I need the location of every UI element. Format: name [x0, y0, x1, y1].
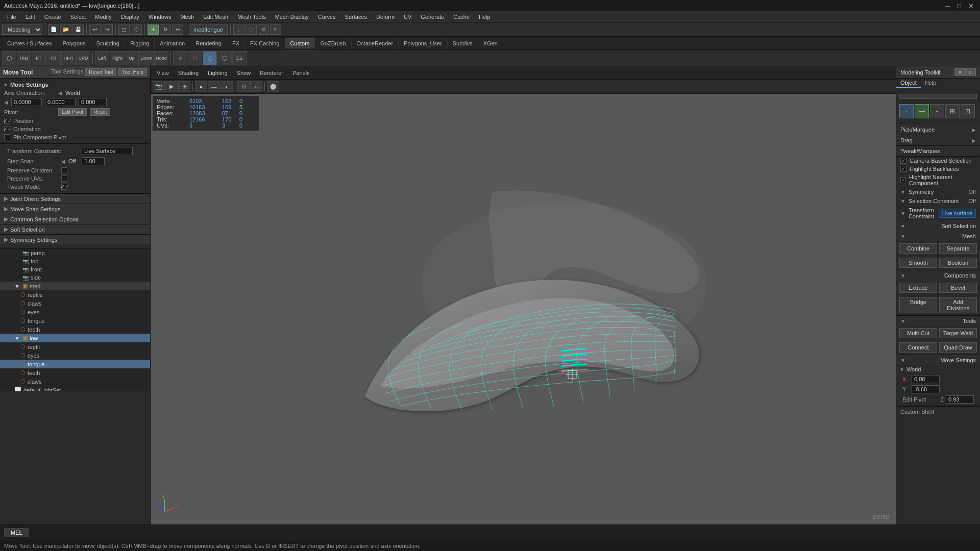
- tab-rendering[interactable]: Rendering: [190, 38, 227, 48]
- menu-deform[interactable]: Deform: [372, 13, 399, 21]
- position-checkbox[interactable]: ✓: [4, 118, 10, 124]
- snap-curve-btn[interactable]: ◌: [246, 24, 257, 35]
- extrude-btn[interactable]: Extrude: [899, 283, 937, 293]
- tab-polygons-user[interactable]: Polygons_User: [399, 38, 448, 48]
- menu-edit[interactable]: Edit: [21, 13, 39, 21]
- toolbar2-btn-rt[interactable]: RT: [46, 51, 61, 65]
- pick-marquee-header[interactable]: Pick/Marquee ▶: [896, 124, 980, 135]
- vpt-edge-btn[interactable]: —: [208, 81, 220, 92]
- menu-windows[interactable]: Windows: [144, 13, 176, 21]
- tab-polygons[interactable]: Polygons: [57, 38, 91, 48]
- vpt-camera-btn[interactable]: 📷: [153, 81, 165, 92]
- move-btn[interactable]: ✛: [148, 24, 159, 35]
- menu-curves[interactable]: Curves: [314, 13, 340, 21]
- symmetry-settings-section[interactable]: ▶ Symmetry Settings: [0, 234, 150, 244]
- rp-z-input[interactable]: [946, 395, 974, 404]
- components-section-header[interactable]: ▼ Components: [896, 270, 980, 281]
- tab-fx[interactable]: FX: [227, 38, 245, 48]
- vp-menu-shading[interactable]: Shading: [174, 69, 203, 77]
- add-divisions-btn[interactable]: Add Divisions: [939, 297, 977, 313]
- quad-draw-btn[interactable]: Quad Draw: [939, 342, 977, 353]
- transform-constraint-input[interactable]: [82, 147, 133, 155]
- mode-dropdown[interactable]: Modeling: [2, 24, 42, 35]
- tab-curves-surfaces[interactable]: Curves / Surfaces: [2, 38, 57, 48]
- multi-component-btn[interactable]: [899, 94, 977, 99]
- menu-edit-mesh[interactable]: Edit Mesh: [199, 13, 232, 21]
- tab-gozbrush[interactable]: GoZBrush: [315, 38, 351, 48]
- tab-custom[interactable]: Custom: [285, 38, 315, 48]
- select-btn[interactable]: ◻: [118, 24, 130, 35]
- tab-fx-caching[interactable]: FX Caching: [245, 38, 285, 48]
- rp-x-input[interactable]: [912, 375, 940, 383]
- rp-y-input[interactable]: [912, 385, 940, 393]
- outliner-low[interactable]: ▼ ▣ low: [0, 334, 150, 342]
- toolbar2-btn-sphere[interactable]: ○: [173, 51, 187, 65]
- open-btn[interactable]: 📂: [60, 24, 71, 35]
- menu-select[interactable]: Select: [66, 13, 90, 21]
- tools-section-header[interactable]: ▼ Tools: [896, 316, 980, 326]
- menu-help[interactable]: Help: [475, 13, 495, 21]
- combine-btn[interactable]: Combine: [899, 243, 937, 254]
- viewport-canvas[interactable]: Verts: 6103 163 0 Edges: 10183 169 5 Fac…: [151, 94, 896, 524]
- tweak-marquee-header[interactable]: Tweak/Marquee: [896, 146, 980, 156]
- camera-based-sel-checkbox[interactable]: ✓: [900, 158, 906, 164]
- face-icon-btn[interactable]: ▪: [930, 104, 944, 118]
- move-y-input[interactable]: [45, 98, 76, 106]
- vp-menu-show[interactable]: Show: [233, 69, 255, 77]
- rp-tab-help[interactable]: Help: [921, 79, 941, 88]
- rp-expand-btn[interactable]: □: [966, 68, 976, 76]
- preserve-uvs-checkbox[interactable]: [61, 176, 67, 182]
- toolbar2-btn-right[interactable]: Right: [110, 51, 124, 65]
- joint-orient-section[interactable]: ▶ Joint Orient Settings: [0, 193, 150, 204]
- menu-mesh-display[interactable]: Mesh Display: [271, 13, 313, 21]
- outliner-top[interactable]: 📷 top: [0, 257, 150, 265]
- vpt-isolate-btn[interactable]: ⬤: [267, 81, 279, 92]
- vpt-play-btn[interactable]: ▶: [165, 81, 178, 92]
- separate-btn[interactable]: Separate: [939, 243, 977, 254]
- orientation-checkbox[interactable]: ✓: [4, 126, 10, 132]
- outliner[interactable]: 📷 persp 📷 top 📷 front 📷 side ▼ ▣: [0, 248, 151, 391]
- reset-pivot-btn[interactable]: Reset: [90, 108, 110, 116]
- tab-xgen[interactable]: XGen: [478, 38, 503, 48]
- lasso-btn[interactable]: ⬡: [131, 24, 142, 35]
- new-scene-btn[interactable]: 📄: [48, 24, 59, 35]
- vp-menu-view[interactable]: View: [153, 69, 173, 77]
- vp-menu-renderer[interactable]: Renderer: [256, 69, 287, 77]
- outliner-persp[interactable]: 📷 persp: [0, 249, 150, 257]
- toolbar2-btn-ft[interactable]: FT: [32, 51, 46, 65]
- highlight-nearest-checkbox[interactable]: ✓: [900, 177, 906, 183]
- tool-help-btn[interactable]: Tool Help: [118, 68, 147, 76]
- toolbar2-btn-hfr[interactable]: HFR: [61, 51, 76, 65]
- bevel-btn[interactable]: Bevel: [939, 283, 977, 293]
- outliner-eyes[interactable]: ⬡ eyes: [0, 308, 150, 316]
- soft-selection-section[interactable]: ▶ Soft Selection: [0, 224, 150, 234]
- outliner-side[interactable]: 📷 side: [0, 273, 150, 282]
- snap-grid-btn[interactable]: ⋮: [233, 24, 244, 35]
- move-z-input[interactable]: [79, 98, 107, 106]
- snap-point-btn[interactable]: ⊡: [258, 24, 269, 35]
- menu-surfaces[interactable]: Surfaces: [341, 13, 371, 21]
- smooth-btn[interactable]: Smooth: [899, 258, 937, 268]
- vpt-face-btn[interactable]: ▪: [220, 81, 233, 92]
- multi-cut-btn[interactable]: Multi-Cut: [899, 328, 937, 338]
- rp-tab-object[interactable]: Object: [896, 79, 921, 88]
- menu-cache[interactable]: Cache: [449, 13, 474, 21]
- move-x-input[interactable]: [11, 98, 42, 106]
- toolbar2-btn-hist[interactable]: Hist: [17, 51, 31, 65]
- menu-mesh-tools[interactable]: Mesh Tools: [233, 13, 270, 21]
- edit-pivot-btn[interactable]: Edit Pivot: [58, 108, 87, 116]
- reset-tool-btn[interactable]: Reset Tool: [85, 68, 116, 76]
- target-weld-btn[interactable]: Target Weld: [939, 328, 977, 338]
- close-btn[interactable]: ✕: [966, 2, 976, 10]
- vertex-icon-btn[interactable]: ·: [899, 104, 914, 118]
- vpt-smooth-btn[interactable]: ○: [250, 81, 262, 92]
- mel-tab[interactable]: MEL: [4, 528, 29, 537]
- outliner-tongue-med[interactable]: ⬡ tongue: [0, 316, 150, 325]
- redo-btn[interactable]: ↪: [102, 24, 113, 35]
- scale-btn[interactable]: ⇔: [172, 24, 183, 35]
- menu-generate[interactable]: Generate: [416, 13, 448, 21]
- outliner-default-light-set[interactable]: ⬜ defaultLightSet: [0, 386, 150, 391]
- outliner-reptile[interactable]: ⬡ reptile: [0, 290, 150, 299]
- vp-menu-lighting[interactable]: Lighting: [204, 69, 232, 77]
- menu-mesh[interactable]: Mesh: [176, 13, 198, 21]
